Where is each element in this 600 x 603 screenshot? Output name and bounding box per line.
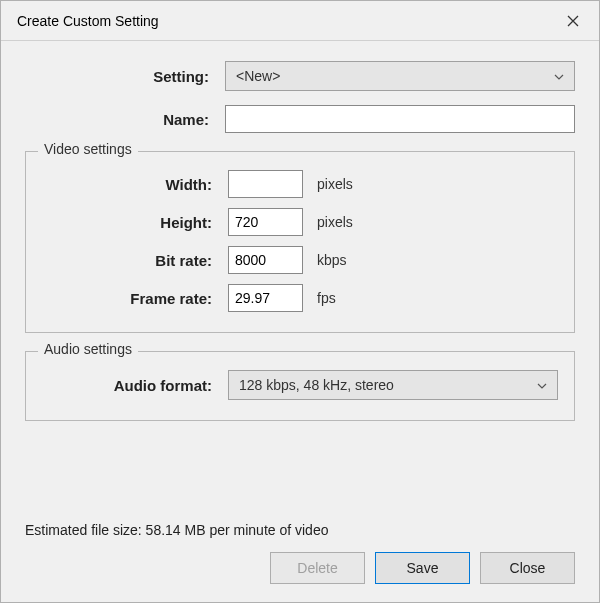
setting-dropdown[interactable]: <New>: [225, 61, 575, 91]
audio-format-value: 128 kbps, 48 kHz, stereo: [239, 377, 394, 393]
framerate-label: Frame rate:: [42, 290, 228, 307]
create-custom-setting-dialog: Create Custom Setting Setting: <New> Nam…: [0, 0, 600, 603]
button-row: Delete Save Close: [25, 552, 575, 584]
framerate-unit: fps: [317, 290, 336, 306]
setting-dropdown-value: <New>: [236, 68, 280, 84]
audio-format-label: Audio format:: [42, 377, 228, 394]
audio-format-row: Audio format: 128 kbps, 48 kHz, stereo: [42, 370, 558, 400]
chevron-down-icon: [554, 70, 564, 82]
framerate-input[interactable]: [228, 284, 303, 312]
setting-label: Setting:: [25, 68, 225, 85]
width-input[interactable]: [228, 170, 303, 198]
bitrate-row: Bit rate: kbps: [42, 246, 558, 274]
file-size-estimate: Estimated file size: 58.14 MB per minute…: [25, 522, 575, 538]
name-input[interactable]: [225, 105, 575, 133]
audio-settings-group: Audio settings Audio format: 128 kbps, 4…: [25, 351, 575, 421]
dialog-content: Setting: <New> Name: Video settings Widt…: [1, 41, 599, 500]
framerate-row: Frame rate: fps: [42, 284, 558, 312]
close-button[interactable]: Close: [480, 552, 575, 584]
width-unit: pixels: [317, 176, 353, 192]
setting-row: Setting: <New>: [25, 61, 575, 91]
height-label: Height:: [42, 214, 228, 231]
save-button[interactable]: Save: [375, 552, 470, 584]
titlebar: Create Custom Setting: [1, 1, 599, 41]
height-row: Height: pixels: [42, 208, 558, 236]
audio-format-dropdown[interactable]: 128 kbps, 48 kHz, stereo: [228, 370, 558, 400]
height-unit: pixels: [317, 214, 353, 230]
dialog-footer: Estimated file size: 58.14 MB per minute…: [1, 500, 599, 602]
height-input[interactable]: [228, 208, 303, 236]
name-row: Name:: [25, 105, 575, 133]
bitrate-input[interactable]: [228, 246, 303, 274]
dialog-title: Create Custom Setting: [17, 13, 159, 29]
width-row: Width: pixels: [42, 170, 558, 198]
video-settings-legend: Video settings: [38, 141, 138, 157]
chevron-down-icon: [537, 379, 547, 391]
bitrate-unit: kbps: [317, 252, 347, 268]
audio-settings-legend: Audio settings: [38, 341, 138, 357]
close-icon[interactable]: [559, 7, 587, 35]
bitrate-label: Bit rate:: [42, 252, 228, 269]
delete-button: Delete: [270, 552, 365, 584]
width-label: Width:: [42, 176, 228, 193]
video-settings-group: Video settings Width: pixels Height: pix…: [25, 151, 575, 333]
name-label: Name:: [25, 111, 225, 128]
